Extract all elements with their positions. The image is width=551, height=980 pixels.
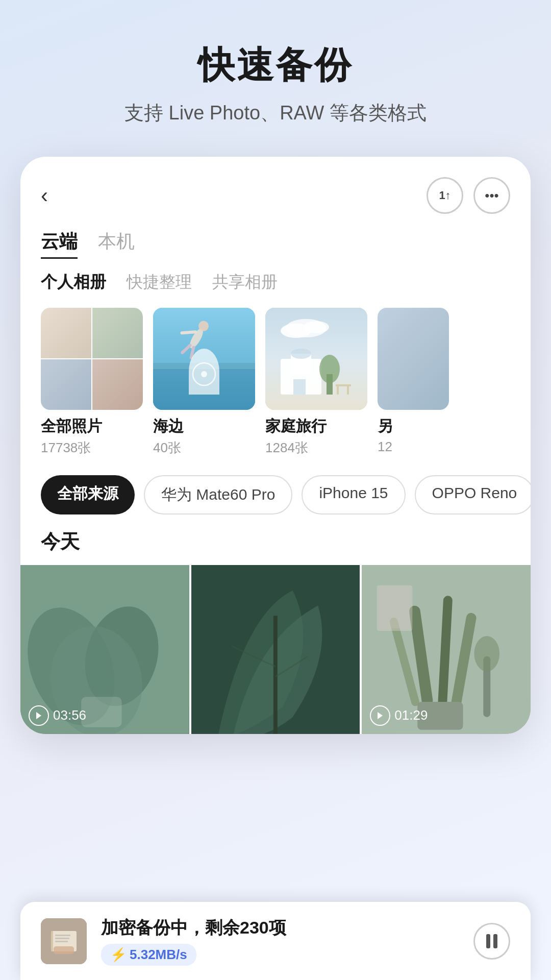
main-tabs: 云端 本机 — [20, 229, 531, 271]
album-fourth[interactable]: 另 12 — [378, 308, 449, 457]
lightning-icon: ⚡ — [110, 947, 127, 963]
subtab-quick[interactable]: 快捷整理 — [127, 271, 192, 293]
video-duration-1: 03:56 — [53, 707, 86, 723]
video-badge-1: 03:56 — [29, 705, 86, 726]
svg-marker-28 — [36, 712, 41, 719]
svg-point-19 — [319, 355, 340, 383]
sort-button[interactable]: 1↑ — [427, 177, 463, 214]
photo-cell-2[interactable] — [191, 565, 360, 734]
album-name-beach: 海边 — [153, 416, 255, 437]
svg-rect-47 — [55, 935, 70, 936]
sort-icon: 1↑ — [439, 189, 450, 202]
svg-point-9 — [201, 371, 207, 377]
svg-point-13 — [304, 321, 329, 333]
backup-thumbnail — [41, 918, 87, 964]
video-badge-3: 01:29 — [370, 705, 428, 726]
album-all-photos[interactable]: 全部照片 17738张 — [41, 308, 143, 457]
album-count-beach: 40张 — [153, 439, 255, 457]
svg-rect-21 — [337, 386, 339, 395]
svg-rect-22 — [347, 386, 349, 395]
play-icon-3 — [377, 712, 384, 720]
svg-rect-20 — [336, 384, 351, 386]
travel-svg — [265, 308, 367, 410]
backup-bar: 加密备份中，剩余230项 ⚡ 5.32MB/s — [20, 902, 531, 980]
back-button[interactable]: ‹ — [41, 185, 48, 206]
album-name-fourth: 另 — [378, 416, 449, 437]
svg-marker-42 — [378, 712, 383, 719]
play-icon-1 — [35, 712, 42, 720]
source-chips: 全部来源 华为 Mate60 Pro iPhone 15 OPPO Reno — [20, 465, 531, 529]
card-nav: ‹ 1↑ ••• — [20, 177, 531, 229]
page-subtitle: 支持 Live Photo、RAW 等各类格式 — [31, 100, 520, 126]
pause-button[interactable] — [473, 923, 510, 960]
play-button-3[interactable] — [370, 705, 390, 726]
album-beach[interactable]: 海边 40张 — [153, 308, 255, 457]
svg-point-39 — [474, 636, 500, 672]
more-icon: ••• — [485, 188, 498, 204]
subtab-shared[interactable]: 共享相册 — [212, 271, 278, 293]
video-duration-3: 01:29 — [394, 707, 428, 723]
album-beach-thumb — [153, 308, 255, 410]
svg-rect-2 — [153, 363, 255, 371]
pause-bar-left — [486, 934, 490, 948]
albums-scroll: 全部照片 17738张 — [20, 308, 531, 465]
svg-rect-1 — [153, 369, 255, 410]
svg-rect-45 — [51, 931, 53, 951]
tab-local[interactable]: 本机 — [98, 229, 135, 259]
speed-value: 5.32MB/s — [130, 947, 187, 963]
svg-rect-49 — [55, 941, 68, 942]
beach-svg — [153, 308, 255, 410]
photo-bg-2 — [191, 565, 360, 734]
album-name-travel: 家庭旅行 — [265, 416, 367, 437]
album-travel[interactable]: 家庭旅行 1284张 — [265, 308, 367, 457]
svg-rect-41 — [380, 588, 410, 628]
chip-oppo[interactable]: OPPO Reno — [415, 475, 531, 514]
header-section: 快速备份 支持 Live Photo、RAW 等各类格式 — [0, 0, 551, 146]
chip-huawei[interactable]: 华为 Mate60 Pro — [144, 475, 292, 514]
svg-rect-17 — [293, 379, 306, 395]
backup-info: 加密备份中，剩余230项 ⚡ 5.32MB/s — [101, 916, 459, 966]
svg-rect-27 — [81, 697, 121, 727]
backup-title: 加密备份中，剩余230项 — [101, 916, 459, 940]
svg-point-16 — [291, 349, 311, 359]
more-button[interactable]: ••• — [473, 177, 510, 214]
page-title: 快速备份 — [31, 41, 520, 90]
play-button-1[interactable] — [29, 705, 49, 726]
svg-rect-48 — [55, 938, 69, 939]
album-count-fourth: 12 — [378, 439, 449, 455]
tab-cloud[interactable]: 云端 — [41, 229, 78, 259]
chip-all[interactable]: 全部来源 — [41, 475, 135, 514]
album-fourth-thumb — [378, 308, 449, 410]
subtabs: 个人相册 快捷整理 共享相册 — [20, 271, 531, 308]
photo-cell-1[interactable]: 03:56 — [20, 565, 189, 734]
pause-icon — [486, 935, 498, 947]
album-count-travel: 1284张 — [265, 439, 367, 457]
photo-grid: 03:56 — [20, 565, 531, 734]
album-name-all: 全部照片 — [41, 416, 143, 437]
svg-point-8 — [193, 363, 215, 385]
backup-thumb-img — [41, 918, 87, 964]
grid-cell-2 — [92, 308, 143, 358]
album-count-all: 17738张 — [41, 439, 143, 457]
album-all-thumb — [41, 308, 143, 410]
today-label: 今天 — [20, 529, 531, 565]
album-travel-thumb — [265, 308, 367, 410]
photo-cell-3[interactable]: 01:29 — [362, 565, 531, 734]
nav-right-icons: 1↑ ••• — [427, 177, 510, 214]
backup-speed: ⚡ 5.32MB/s — [101, 944, 196, 966]
grid-cell-3 — [41, 359, 91, 410]
photo-svg-2 — [191, 565, 360, 734]
pause-bar-right — [493, 934, 497, 948]
subtab-personal[interactable]: 个人相册 — [41, 271, 106, 293]
chip-iphone[interactable]: iPhone 15 — [302, 475, 405, 514]
svg-rect-46 — [54, 946, 74, 954]
grid-cell-1 — [41, 308, 91, 358]
grid-cell-4 — [92, 359, 143, 410]
phone-card: ‹ 1↑ ••• 云端 本机 个人相册 快捷整理 共享相册 — [20, 157, 531, 734]
